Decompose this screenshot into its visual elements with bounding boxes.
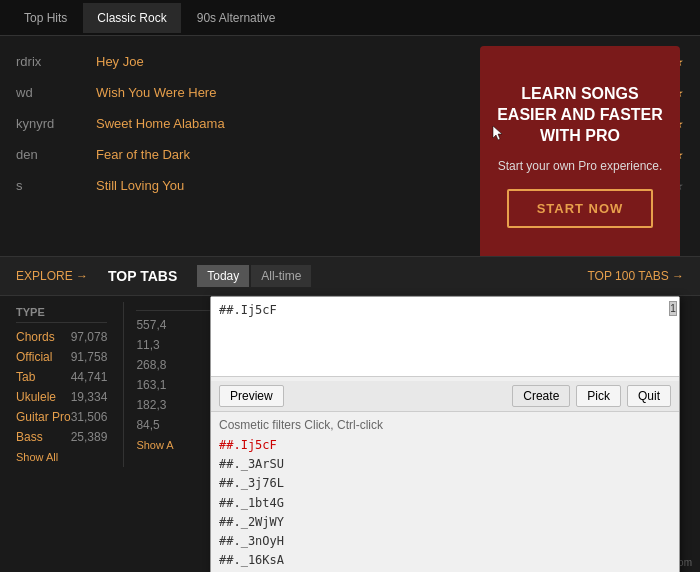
- count: 97,078: [71, 330, 108, 344]
- cosmetic-popup: ##.Ij5cF 1 Preview Create Pick Quit Cosm…: [210, 296, 680, 572]
- table-row: Tab 44,741: [16, 367, 107, 387]
- count: 91,758: [71, 350, 108, 364]
- bass-link[interactable]: Bass: [16, 430, 43, 444]
- count: 11,3: [136, 338, 159, 352]
- chords-link[interactable]: Chords: [16, 330, 55, 344]
- type-col-left: TYPE Chords 97,078 Official 91,758 Tab 4…: [0, 302, 123, 467]
- filter-item[interactable]: ##.Ij5cF: [219, 436, 671, 455]
- popup-textarea[interactable]: ##.Ij5cF: [211, 297, 679, 377]
- tab-link[interactable]: Tab: [16, 370, 35, 384]
- filter-item[interactable]: ##._2WjWY: [219, 513, 671, 532]
- tab-top-hits[interactable]: Top Hits: [10, 3, 81, 33]
- official-link[interactable]: Official: [16, 350, 52, 364]
- artist-name: rdrix: [16, 54, 96, 69]
- count: 84,5: [136, 418, 159, 432]
- pro-banner-title: LEARN SONGS EASIER AND FASTER WITH PRO: [496, 84, 664, 146]
- create-button[interactable]: Create: [512, 385, 570, 407]
- tab-classic-rock[interactable]: Classic Rock: [83, 3, 180, 33]
- explore-link[interactable]: EXPLORE →: [16, 269, 88, 283]
- pro-banner-subtitle: Start your own Pro experience.: [498, 159, 663, 173]
- top-nav: Top Hits Classic Rock 90s Alternative: [0, 0, 700, 36]
- quit-button[interactable]: Quit: [627, 385, 671, 407]
- count: 557,4: [136, 318, 166, 332]
- table-row: Ukulele 19,334: [16, 387, 107, 407]
- tab-90s-alt[interactable]: 90s Alternative: [183, 3, 290, 33]
- count: 19,334: [71, 390, 108, 404]
- filter-item[interactable]: ##._3nOyH: [219, 532, 671, 551]
- filter-item[interactable]: ##._1bt4G: [219, 494, 671, 513]
- guitar-pro-link[interactable]: Guitar Pro: [16, 410, 71, 424]
- artist-name: s: [16, 178, 96, 193]
- count: 44,741: [71, 370, 108, 384]
- today-tab[interactable]: Today: [197, 265, 249, 287]
- pick-button[interactable]: Pick: [576, 385, 621, 407]
- alltime-tab[interactable]: All-time: [251, 265, 311, 287]
- count: 25,389: [71, 430, 108, 444]
- artist-name: wd: [16, 85, 96, 100]
- nav-tabs: Top Hits Classic Rock 90s Alternative: [10, 3, 289, 33]
- filter-item[interactable]: ##._16KsA: [219, 551, 671, 570]
- filter-item[interactable]: ##._3j76L: [219, 474, 671, 493]
- show-all-link[interactable]: Show All: [16, 447, 107, 467]
- artist-name: kynyrd: [16, 116, 96, 131]
- filters-title: Cosmetic filters Click, Ctrl-click: [219, 418, 671, 432]
- artist-name: den: [16, 147, 96, 162]
- pro-banner: LEARN SONGS EASIER AND FASTER WITH PRO S…: [480, 46, 680, 266]
- preview-button[interactable]: Preview: [219, 385, 284, 407]
- filter-item[interactable]: ##._3ArSU: [219, 455, 671, 474]
- popup-toolbar: Preview Create Pick Quit: [211, 381, 679, 412]
- ukulele-link[interactable]: Ukulele: [16, 390, 56, 404]
- type-header: TYPE: [16, 302, 107, 323]
- count: 31,506: [71, 410, 108, 424]
- table-row: Chords 97,078: [16, 327, 107, 347]
- top-tabs-label: TOP TABS: [108, 268, 177, 284]
- scroll-indicator: 1: [669, 301, 677, 316]
- table-row: Bass 25,389: [16, 427, 107, 447]
- count: 268,8: [136, 358, 166, 372]
- explore-bar: EXPLORE → TOP TABS Today All-time TOP 10…: [0, 256, 700, 296]
- count: 163,1: [136, 378, 166, 392]
- table-row: Guitar Pro 31,506: [16, 407, 107, 427]
- filters-section: Cosmetic filters Click, Ctrl-click ##.Ij…: [211, 412, 679, 572]
- tab-toggle: Today All-time: [197, 265, 311, 287]
- top100-link[interactable]: TOP 100 TABS →: [588, 269, 685, 283]
- count: 182,3: [136, 398, 166, 412]
- table-row: Official 91,758: [16, 347, 107, 367]
- start-now-button[interactable]: START NOW: [507, 189, 654, 228]
